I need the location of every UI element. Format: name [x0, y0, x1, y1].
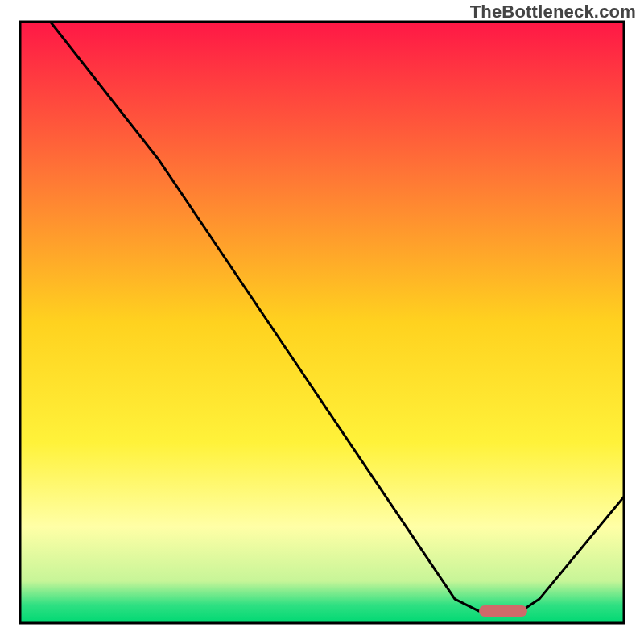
plot-background: [20, 22, 624, 623]
chart-container: TheBottleneck.com: [0, 0, 644, 644]
watermark-label: TheBottleneck.com: [470, 2, 636, 23]
bottleneck-chart: [0, 0, 644, 644]
optimal-zone-marker: [479, 605, 527, 617]
